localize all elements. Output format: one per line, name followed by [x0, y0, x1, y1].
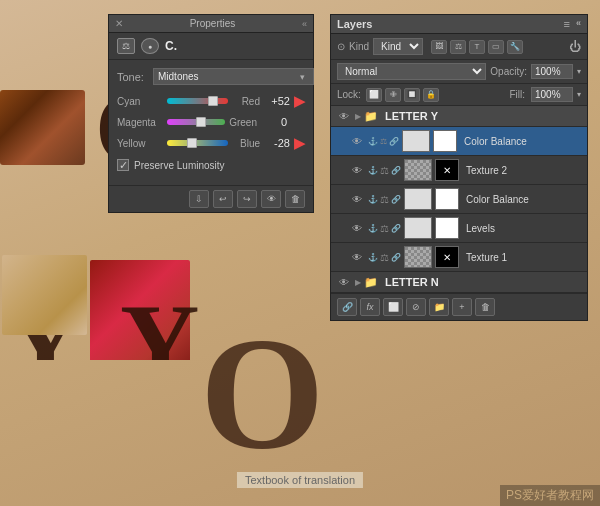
properties-close-x[interactable]: ✕	[115, 18, 123, 29]
yellow-label: Yellow	[117, 138, 163, 149]
filter-adjust-icon[interactable]: ⚖	[450, 40, 466, 54]
cyan-red-slider-row: Cyan Red +52 ▶	[117, 93, 305, 109]
footer-btn-visibility[interactable]: 👁	[261, 190, 281, 208]
preserve-row: ✓ Preserve Luminosity	[117, 159, 305, 171]
tone-row: Tone: Midtones ▾	[117, 68, 305, 85]
group-n-folder-icon: 📁	[364, 276, 378, 289]
footer-link-icon[interactable]: 🔗	[337, 298, 357, 316]
levels-link-icons: ⚓ ⚖ 🔗	[368, 223, 401, 234]
blending-mode-select[interactable]: Normal	[337, 63, 486, 80]
levels-adjust-icon: ⚖	[380, 223, 389, 234]
layer-item-color-balance-1[interactable]: 👁 ⚓ ⚖ 🔗 Color Balance	[331, 127, 587, 156]
footer-btn-redo[interactable]: ↪	[237, 190, 257, 208]
tex2-thumb	[404, 159, 432, 181]
footer-fx-icon[interactable]: fx	[360, 298, 380, 316]
cyan-arrow-icon: ▶	[294, 93, 305, 109]
footer-delete-icon[interactable]: 🗑	[475, 298, 495, 316]
properties-header-label: C.	[165, 39, 177, 53]
opacity-input[interactable]	[531, 64, 573, 79]
tex2-eye-icon[interactable]: 👁	[349, 163, 365, 177]
yellow-blue-slider[interactable]	[167, 136, 228, 150]
levels-eye-icon[interactable]: 👁	[349, 221, 365, 235]
layers-collapse-icon[interactable]: «	[576, 18, 581, 30]
layer-group-letter-n[interactable]: 👁 ▶ 📁 LETTER N	[331, 272, 587, 293]
lock-artboards-icon[interactable]: 🔲	[404, 88, 420, 102]
properties-header: ⚖ ● C.	[109, 33, 313, 60]
cyan-red-slider[interactable]	[167, 94, 228, 108]
lock-pixels-icon[interactable]: ⬜	[366, 88, 382, 102]
footer-new-layer-icon[interactable]: +	[452, 298, 472, 316]
tone-select[interactable]: Midtones	[153, 68, 314, 85]
tex2-link-icon: 🔗	[391, 166, 401, 175]
filter-icons: 🖼 ⚖ T ▭ 🔧	[431, 40, 523, 54]
layers-search-row: ⊙ Kind Kind 🖼 ⚖ T ▭ 🔧 ⏻	[331, 34, 587, 60]
levels-name: Levels	[466, 223, 582, 234]
cyan-red-thumb[interactable]	[208, 96, 218, 106]
tex2-mask-thumb: ✕	[435, 159, 459, 181]
cb2-link-icon: 🔗	[391, 195, 401, 204]
filter-toggle[interactable]: ⏻	[569, 40, 581, 54]
footer-btn-mask[interactable]: ⇩	[189, 190, 209, 208]
cb1-adjust-icon: ⚖	[380, 137, 387, 146]
layers-panel: Layers ≡ « ⊙ Kind Kind 🖼 ⚖ T ▭ 🔧 ⏻ Norma…	[330, 14, 588, 321]
group-n-eye-icon[interactable]: 👁	[336, 275, 352, 289]
fill-dropdown-icon[interactable]: ▾	[577, 90, 581, 99]
opacity-dropdown-icon[interactable]: ▾	[577, 67, 581, 76]
layer-item-levels[interactable]: 👁 ⚓ ⚖ 🔗 Levels	[331, 214, 587, 243]
watermark: PS爱好者教程网	[500, 485, 600, 506]
levels-chain-icon: ⚓	[368, 224, 378, 233]
cb1-thumb	[402, 130, 430, 152]
red-label: Red	[232, 96, 260, 107]
tex1-thumb	[404, 246, 432, 268]
cyan-red-track	[167, 98, 228, 104]
footer-btn-undo[interactable]: ↩	[213, 190, 233, 208]
group-y-chevron-icon[interactable]: ▶	[355, 112, 361, 121]
food-block-3	[2, 255, 87, 335]
preserve-checkbox[interactable]: ✓	[117, 159, 129, 171]
cb2-chain-icon: ⚓	[368, 195, 378, 204]
footer-folder-icon[interactable]: 📁	[429, 298, 449, 316]
layers-list: 👁 ▶ 📁 LETTER Y 👁 ⚓ ⚖ 🔗 Color Balance 👁 ⚓…	[331, 106, 587, 293]
filter-pixel-icon[interactable]: 🖼	[431, 40, 447, 54]
levels-link-icon: 🔗	[391, 224, 401, 233]
bg-letter-o-big: O	[200, 301, 324, 486]
cb2-mask-thumb	[435, 188, 459, 210]
yellow-blue-thumb[interactable]	[187, 138, 197, 148]
layer-item-texture-2[interactable]: 👁 ⚓ ⚖ 🔗 ✕ Texture 2	[331, 156, 587, 185]
magenta-label: Magenta	[117, 117, 163, 128]
bg-letter-y3: Y	[120, 280, 199, 360]
footer-btn-delete[interactable]: 🗑	[285, 190, 305, 208]
cyan-label: Cyan	[117, 96, 163, 107]
layers-menu-icon[interactable]: ≡	[564, 18, 570, 30]
lock-position-icon[interactable]: ✙	[385, 88, 401, 102]
group-y-eye-icon[interactable]: 👁	[336, 109, 352, 123]
filter-text-icon[interactable]: T	[469, 40, 485, 54]
kind-select[interactable]: Kind	[373, 38, 423, 55]
layer-item-color-balance-2[interactable]: 👁 ⚓ ⚖ 🔗 Color Balance	[331, 185, 587, 214]
properties-header-icon: ⚖	[117, 38, 135, 54]
levels-mask-thumb	[435, 217, 459, 239]
layers-footer: 🔗 fx ⬜ ⊘ 📁 + 🗑	[331, 293, 587, 320]
magenta-green-slider[interactable]	[167, 115, 225, 129]
footer-mask-icon[interactable]: ⬜	[383, 298, 403, 316]
layers-lock-row: Lock: ⬜ ✙ 🔲 🔒 Fill: ▾	[331, 84, 587, 106]
properties-collapse[interactable]: «	[302, 19, 307, 29]
layer-item-texture-1[interactable]: 👁 ⚓ ⚖ 🔗 ✕ Texture 1	[331, 243, 587, 272]
lock-all-icon[interactable]: 🔒	[423, 88, 439, 102]
yellow-arrow-icon: ▶	[294, 135, 305, 151]
magenta-value: 0	[261, 116, 287, 128]
cb2-eye-icon[interactable]: 👁	[349, 192, 365, 206]
properties-body: Tone: Midtones ▾ Cyan Red +52 ▶ Magenta	[109, 60, 313, 185]
levels-thumb	[404, 217, 432, 239]
properties-titlebar: ✕ Properties «	[109, 15, 313, 33]
footer-adjust-icon[interactable]: ⊘	[406, 298, 426, 316]
filter-shape-icon[interactable]: ▭	[488, 40, 504, 54]
group-n-chevron-icon[interactable]: ▶	[355, 278, 361, 287]
layer-group-letter-y[interactable]: 👁 ▶ 📁 LETTER Y	[331, 106, 587, 127]
filter-smart-icon[interactable]: 🔧	[507, 40, 523, 54]
cb1-eye-icon[interactable]: 👁	[349, 134, 365, 148]
tex1-eye-icon[interactable]: 👁	[349, 250, 365, 264]
layers-title: Layers	[337, 18, 372, 30]
fill-input[interactable]	[531, 87, 573, 102]
magenta-green-thumb[interactable]	[196, 117, 206, 127]
